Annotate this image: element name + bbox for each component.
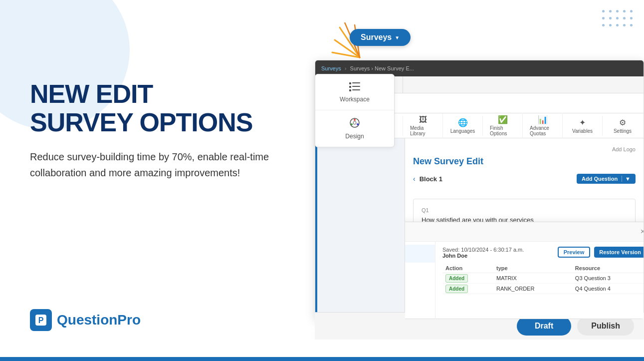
- publish-button[interactable]: Publish: [577, 317, 634, 336]
- versions-detail-header: Saved: 10/10/2024 - 6:30:17 a.m. John Do…: [442, 247, 644, 259]
- changes-table: Action type Resource Added MATRIX: [442, 264, 644, 294]
- svg-point-16: [351, 123, 353, 125]
- toolbar-media-icon: 🖼: [419, 115, 427, 124]
- survey-canvas: Add Logo New Survey Edit ‹ Block 1 Add Q…: [405, 138, 644, 319]
- col-type: type: [493, 264, 572, 273]
- col-resource: Resource: [572, 264, 644, 273]
- logo-text: QuestionPro: [57, 312, 141, 328]
- design-label: Design: [345, 133, 364, 140]
- version-date: 10/10/2024 - 6:30:17 a.m.: [405, 284, 429, 289]
- block-title: Block 1: [420, 175, 442, 183]
- version-item[interactable]: J 10/10/2024 - 6:28:08 a.m. John Doe: [405, 299, 435, 317]
- restore-version-button[interactable]: Restore Version: [594, 247, 644, 258]
- version-item[interactable]: J 10/10/2024 - 6:30:22 a.m. John Doe: [405, 263, 435, 281]
- svg-text:P: P: [38, 316, 44, 325]
- svg-rect-7: [349, 82, 351, 84]
- row-resource: Q3 Question 3: [572, 273, 644, 284]
- versions-list: J 10/10/2024 - 6:30:32 a.m. John Doe J 1…: [405, 242, 435, 319]
- design-panel-item[interactable]: Design: [315, 110, 394, 147]
- versions-close-button[interactable]: ×: [641, 227, 644, 236]
- toolbar-settings[interactable]: ⚙ Settings: [603, 116, 643, 136]
- versions-body: J 10/10/2024 - 6:30:32 a.m. John Doe J 1…: [405, 242, 644, 319]
- svg-rect-11: [349, 89, 351, 91]
- version-info: 10/10/2024 - 6:30:22 a.m. John Doe: [405, 266, 429, 277]
- version-user: John Doe: [405, 253, 429, 259]
- col-action: Action: [442, 264, 493, 273]
- toolbar-finish-label: Finish Options: [490, 125, 515, 136]
- detail-actions: Preview Restore Version: [558, 247, 644, 258]
- svg-rect-10: [352, 86, 360, 87]
- design-icon: [349, 117, 360, 131]
- versions-dialog: Survey Versions × J 10/10/2024 - 6:30:32…: [405, 222, 644, 319]
- svg-line-4: [332, 52, 360, 57]
- row-resource: Q4 Question 4: [572, 284, 644, 294]
- logo: P QuestionPro: [30, 309, 141, 331]
- row-type: MATRIX: [493, 273, 572, 284]
- add-logo-link[interactable]: Add Logo: [413, 146, 636, 152]
- svg-point-17: [353, 121, 356, 124]
- toolbar-languages-label: Languages: [450, 128, 475, 134]
- versions-header: Survey Versions ×: [405, 222, 644, 242]
- toolbar-finish[interactable]: ✅ Finish Options: [483, 113, 523, 138]
- left-content: NEW EDIT SURVEY OPTIONS Reduce survey-bu…: [30, 80, 299, 206]
- survey-sidebar: [315, 138, 405, 319]
- toolbar-variables-label: Variables: [572, 128, 593, 134]
- row-type: RANK_ORDER: [493, 284, 572, 294]
- toolbar-settings-icon: ⚙: [619, 118, 626, 127]
- version-item[interactable]: J 10/10/2024 - 6:30:17 a.m. John Doe: [405, 281, 435, 299]
- version-date: 10/10/2024 - 6:30:22 a.m.: [405, 266, 429, 271]
- workspace-icon: [349, 81, 360, 94]
- svg-rect-12: [352, 89, 360, 90]
- sidebar-accent: [315, 138, 317, 319]
- version-item[interactable]: J 10/10/2024 - 6:25:49 a.m. John Doe: [405, 317, 435, 319]
- headline: NEW EDIT SURVEY OPTIONS: [30, 80, 299, 137]
- logo-icon: P: [30, 309, 52, 331]
- svg-rect-8: [352, 82, 360, 83]
- svg-point-14: [354, 119, 356, 121]
- detail-saved: Saved: 10/10/2024 - 6:30:17 a.m.: [442, 247, 524, 253]
- toolbar-quotas-icon: 📊: [538, 115, 548, 124]
- toolbar-languages[interactable]: 🌐 Languages: [443, 116, 483, 136]
- draft-button[interactable]: Draft: [517, 317, 571, 336]
- toolbar-media[interactable]: 🖼 Media Library: [403, 113, 443, 138]
- surveys-pill-label[interactable]: Surveys: [350, 29, 411, 46]
- add-question-button[interactable]: Add Question ▼: [577, 174, 636, 184]
- version-user: John Doe: [405, 289, 429, 295]
- version-info: 10/10/2024 - 6:30:17 a.m. John Doe: [405, 284, 429, 295]
- version-user: John Doe: [405, 271, 429, 277]
- bottom-bar: [0, 357, 644, 361]
- breadcrumb: Surveys › Surveys › New Survey E...: [321, 65, 638, 71]
- workspace-design-panel: Workspace Design: [315, 74, 395, 147]
- preview-button[interactable]: Preview: [558, 247, 591, 258]
- right-mockup: Surveys Workspace: [305, 20, 644, 340]
- version-date: 10/10/2024 - 6:28:08 a.m.: [405, 302, 429, 307]
- workspace-label: Workspace: [340, 96, 370, 103]
- toolbar-variables-icon: ✦: [579, 118, 586, 127]
- subtext: Reduce survey-building time by 70%, enab…: [30, 149, 299, 181]
- toolbar-media-label: Media Library: [410, 125, 435, 136]
- detail-user: John Doe: [442, 253, 524, 259]
- question-num: Q1: [422, 207, 627, 213]
- toolbar-variables[interactable]: ✦ Variables: [563, 116, 603, 136]
- version-date: 10/10/2024 - 6:30:32 a.m.: [405, 248, 429, 253]
- table-row: Added MATRIX Q3 Question 3: [442, 273, 644, 284]
- toolbar-languages-icon: 🌐: [458, 118, 468, 127]
- workspace-panel-item[interactable]: Workspace: [315, 74, 394, 110]
- versions-detail: Saved: 10/10/2024 - 6:30:17 a.m. John Do…: [435, 242, 644, 319]
- survey-title: New Survey Edit: [413, 156, 636, 167]
- version-info: 10/10/2024 - 6:28:08 a.m. John Doe: [405, 302, 429, 313]
- toolbar-quotas-label: Advance Quotas: [530, 125, 555, 136]
- toolbar-settings-label: Settings: [614, 128, 632, 134]
- version-item[interactable]: J 10/10/2024 - 6:30:32 a.m. John Doe: [405, 245, 435, 263]
- svg-point-15: [357, 123, 359, 125]
- main-content: Add Logo New Survey Edit ‹ Block 1 Add Q…: [315, 138, 644, 319]
- toolbar-quotas[interactable]: 📊 Advance Quotas: [523, 113, 563, 138]
- version-info: 10/10/2024 - 6:30:32 a.m. John Doe: [405, 248, 429, 259]
- detail-meta: Saved: 10/10/2024 - 6:30:17 a.m. John Do…: [442, 247, 524, 259]
- toolbar-finish-icon: ✅: [498, 115, 508, 124]
- row-action: Added: [442, 273, 493, 284]
- block-header: ‹ Block 1 Add Question ▼: [413, 174, 636, 184]
- row-action: Added: [442, 284, 493, 294]
- surveys-bubble[interactable]: Surveys: [350, 29, 411, 46]
- version-user: John Doe: [405, 307, 429, 313]
